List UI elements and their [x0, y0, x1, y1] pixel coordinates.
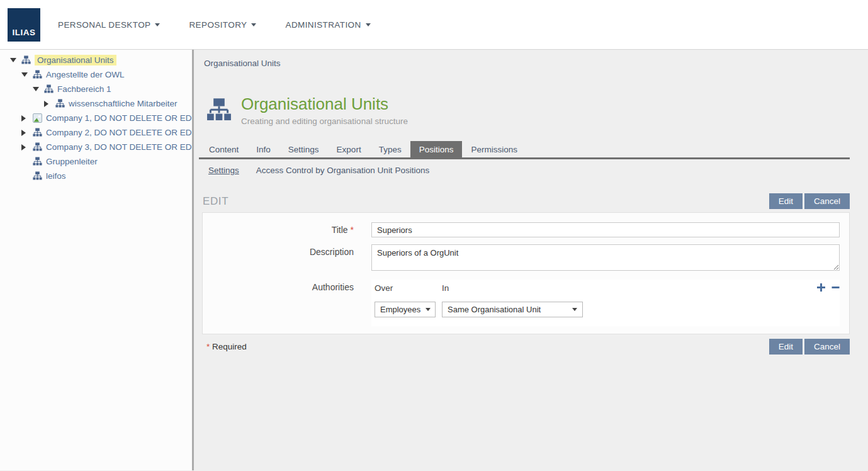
org-unit-icon	[206, 98, 232, 123]
expand-caret-right-icon[interactable]	[21, 115, 31, 122]
tree-item-label: Fachbereich 1	[57, 84, 111, 94]
menu-administration[interactable]: ADMINISTRATION	[285, 20, 370, 30]
tab-types[interactable]: Types	[370, 141, 410, 157]
in-select[interactable]: Same Organisational Unit	[442, 302, 583, 317]
tree-item-company-2[interactable]: Company 2, DO NOT DELETE OR EDIT!!!	[0, 125, 192, 140]
expand-caret-right-icon[interactable]	[21, 130, 31, 136]
over-select[interactable]: Employees	[375, 302, 436, 317]
ilias-logo[interactable]: ILIAS	[8, 8, 40, 42]
org-unit-icon	[55, 99, 65, 108]
cancel-button-top[interactable]: Cancel	[804, 193, 850, 209]
subtab-access-control[interactable]: Access Control by Organisation Unit Posi…	[256, 166, 429, 175]
required-asterisk: *	[351, 225, 354, 235]
main-menu: PERSONAL DESKTOP REPOSITORY ADMINISTRATI…	[58, 20, 371, 30]
chevron-down-icon	[155, 23, 160, 26]
expand-caret-right-icon[interactable]	[44, 101, 54, 107]
edit-button-bottom[interactable]: Edit	[769, 339, 803, 355]
over-column-label: Over	[375, 283, 442, 293]
minus-icon[interactable]	[831, 283, 840, 292]
tab-positions[interactable]: Positions	[410, 141, 463, 157]
org-unit-icon	[33, 70, 42, 79]
in-column-label: In	[442, 283, 449, 293]
title-label: Title *	[203, 222, 354, 237]
org-unit-icon	[33, 128, 42, 137]
main-content: Organisational Units Organisational Unit…	[194, 50, 868, 470]
page-subtitle: Creating and editing organisational stru…	[241, 116, 408, 126]
page-title: Organisational Units	[241, 94, 408, 114]
menu-repository[interactable]: REPOSITORY	[189, 20, 256, 30]
menu-label: REPOSITORY	[189, 20, 247, 30]
in-selected-value: Same Organisational Unit	[448, 305, 541, 314]
top-bar: ILIAS PERSONAL DESKTOP REPOSITORY ADMINI…	[0, 0, 868, 50]
page-header: Organisational Units Creating and editin…	[206, 94, 850, 126]
expand-caret-down-icon[interactable]	[33, 87, 42, 91]
tab-info[interactable]: Info	[247, 141, 279, 157]
tree-item-fachbereich-1[interactable]: Fachbereich 1	[0, 82, 192, 96]
org-unit-icon	[33, 157, 42, 166]
edit-form: Title * Description Superiors of a OrgUn…	[202, 212, 850, 334]
org-unit-icon	[33, 142, 42, 152]
tab-settings[interactable]: Settings	[279, 141, 328, 157]
tree-item-label: Company 3, DO NOT DELETE OR EDIT!!!	[46, 142, 194, 152]
subtab-bar: Settings Access Control by Organisation …	[199, 166, 850, 175]
tree-item-leifos[interactable]: leifos	[0, 169, 192, 183]
edit-button-top[interactable]: Edit	[769, 193, 803, 209]
tab-export[interactable]: Export	[328, 141, 370, 157]
menu-label: ADMINISTRATION	[285, 20, 361, 30]
select-caret-icon	[572, 308, 577, 311]
tree-item-label: Company 1, DO NOT DELETE OR EDIT!!!	[46, 113, 194, 123]
tree-item-label: Organisational Units	[35, 55, 116, 65]
org-unit-icon	[44, 84, 54, 94]
chevron-down-icon	[366, 23, 371, 26]
tree-item-label: Company 2, DO NOT DELETE OR EDIT!!!	[46, 128, 194, 137]
tree-item-company-3[interactable]: Company 3, DO NOT DELETE OR EDIT!!!	[0, 140, 192, 154]
expand-caret-down-icon[interactable]	[21, 72, 31, 77]
tab-bar: Content Info Settings Export Types Posit…	[199, 141, 850, 159]
description-textarea[interactable]: Superiors of a OrgUnit	[371, 244, 840, 271]
description-label: Description	[203, 244, 354, 273]
tree-item-label: Angestellte der OWL	[46, 70, 125, 79]
plus-icon[interactable]	[816, 283, 826, 292]
tab-permissions[interactable]: Permissions	[462, 141, 526, 157]
breadcrumb[interactable]: Organisational Units	[204, 59, 281, 68]
over-selected-value: Employees	[380, 305, 420, 314]
cancel-button-bottom[interactable]: Cancel	[804, 339, 850, 355]
authorities-label: Authorities	[203, 280, 354, 326]
tree-item-label: wissenschaftliche Mitarbeiter	[69, 99, 178, 108]
repository-tree-panel: Organisational Units Angestellte der OWL…	[0, 50, 194, 470]
menu-label: PERSONAL DESKTOP	[58, 20, 150, 30]
tree-item-label: Gruppenleiter	[46, 157, 98, 166]
tree-item-angestellte-der-owl[interactable]: Angestellte der OWL	[0, 67, 192, 82]
subtab-settings[interactable]: Settings	[208, 166, 239, 175]
tree-item-wissenschaftliche-mitarbeiter[interactable]: wissenschaftliche Mitarbeiter	[0, 96, 192, 111]
tree-item-organisational-units[interactable]: Organisational Units	[0, 53, 192, 67]
org-unit-icon	[21, 55, 31, 65]
menu-personal-desktop[interactable]: PERSONAL DESKTOP	[58, 20, 160, 30]
tree-item-company-1[interactable]: Company 1, DO NOT DELETE OR EDIT!!!	[0, 111, 192, 125]
form-section-heading: EDIT	[203, 195, 228, 208]
category-icon	[33, 113, 42, 123]
title-input[interactable]	[371, 222, 840, 237]
logo-text: ILIAS	[12, 28, 35, 37]
tree-item-gruppenleiter[interactable]: Gruppenleiter	[0, 154, 192, 169]
expand-caret-right-icon[interactable]	[21, 144, 31, 150]
tab-content[interactable]: Content	[200, 141, 247, 157]
required-note: * Required	[206, 342, 247, 351]
authority-editor: Over In Employees Same Organisational Un…	[371, 280, 840, 326]
tree-item-label: leifos	[46, 171, 66, 181]
expand-caret-down-icon[interactable]	[10, 58, 20, 62]
org-unit-icon	[33, 171, 42, 181]
chevron-down-icon	[251, 23, 256, 26]
select-caret-icon	[426, 308, 431, 311]
